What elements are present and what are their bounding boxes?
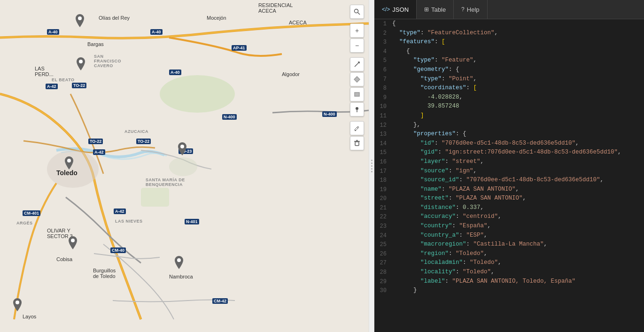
pin-layos[interactable] (12, 298, 23, 311)
city-label-olias: Olías del Rey (99, 15, 130, 21)
road-label-ap41: AP-41 (232, 45, 247, 51)
code-line: 14 "id": "7076d0ee-d5c1-48db-8c53-ded636… (374, 139, 644, 148)
pin-nambroca[interactable] (174, 256, 184, 269)
road-label-to22-1: TO-22 (88, 139, 103, 144)
svg-point-1 (160, 75, 235, 113)
code-line: 15 "gid": "ign:street:7076d0ee-d5c1-48db… (374, 148, 644, 157)
svg-point-9 (71, 239, 75, 242)
road-label-a40-1: A-40 (47, 29, 59, 35)
tab-json[interactable]: </> JSON (374, 0, 417, 19)
split-handle[interactable] (369, 0, 374, 332)
tab-table[interactable]: ⊞ Table (417, 0, 454, 19)
city-label-bargas: Bargas (87, 41, 104, 47)
road-label-cm40: CM-40 (110, 247, 126, 253)
city-label-res-aceca: RESIDENCIALACECA (258, 2, 293, 14)
svg-rect-21 (355, 142, 359, 146)
svg-point-12 (355, 9, 358, 13)
city-label-cobisa: Cobisa (56, 256, 72, 262)
svg-point-17 (356, 107, 358, 110)
city-label-aceca: ACECA (289, 20, 307, 25)
polygon-icon[interactable] (350, 72, 364, 86)
code-line: 7 "type": "Point", (374, 75, 644, 84)
road-label-n401: N-401 (185, 219, 199, 224)
city-label-macejon: Mocejón (207, 15, 226, 21)
code-line: 8 "coordinates": [ (374, 84, 644, 93)
road-label-a40-2: A-40 (150, 29, 163, 35)
code-line: 27 "localadmin": "Toledo", (374, 258, 644, 268)
tab-json-label: JSON (392, 6, 409, 13)
road-label-a42-2: A-42 (93, 149, 105, 155)
city-label-algodor: Algodor (282, 71, 300, 77)
json-panel: </> JSON ⊞ Table ? Help 1{2 "type": "Fea… (374, 0, 644, 332)
zoom-icon[interactable] (350, 5, 364, 19)
code-line: 26 "region": "Toledo", (374, 249, 644, 259)
svg-point-5 (78, 16, 82, 20)
city-label-burguillos: Burguillosde Toledo (93, 268, 116, 279)
code-line: 2 "type": "FeatureCollection", (374, 29, 644, 38)
svg-point-10 (177, 258, 181, 262)
road-label-a42-1: A-42 (46, 84, 58, 89)
pin-bargas[interactable] (75, 14, 85, 27)
svg-point-7 (180, 145, 184, 148)
code-line: 1{ (374, 19, 644, 29)
code-line: 22 "accuracy": "centroid", (374, 212, 644, 222)
code-line: 19 "name": "PLAZA SAN ANTONIO", (374, 185, 644, 194)
tab-help-label: Help (467, 6, 480, 13)
region-label-azucaica: AZUCAICA (124, 129, 148, 134)
map: A-40 A-40 AP-41 A-40 N-400 N-400 A-42 TO… (0, 0, 369, 332)
svg-marker-15 (354, 77, 360, 82)
city-label-nambroca: Nambroca (169, 274, 193, 279)
code-line: 28 "locality": "Toledo", (374, 268, 644, 277)
zoom-in-button[interactable]: + (350, 23, 364, 38)
code-line: 10 39.857248 (374, 102, 644, 111)
road-label-a40-3: A-40 (169, 69, 181, 75)
region-label-las-nieves: LAS NIEVES (115, 219, 143, 224)
json-code-icon: </> (382, 6, 390, 13)
draw-line-icon[interactable] (350, 57, 364, 71)
zoom-out-button[interactable]: − (350, 39, 364, 53)
city-label-toledo: Toledo (56, 169, 78, 177)
road-label-cm401: CM-401 (23, 210, 40, 216)
road-label-cm42: CM-42 (212, 298, 228, 304)
point-icon[interactable] (350, 102, 364, 116)
road-label-to22-2: TO-22 (136, 139, 151, 144)
region-label-santa-maria: SANTA MARÍA DEBENQUERENCIA (146, 178, 185, 187)
tabs-bar: </> JSON ⊞ Table ? Help (374, 0, 644, 19)
help-icon: ? (461, 6, 465, 13)
code-line: 12 }, (374, 121, 644, 130)
code-line: 16 "layer": "street", (374, 157, 644, 167)
tab-help[interactable]: ? Help (454, 0, 487, 19)
code-line: 13 "properties": { (374, 130, 644, 139)
svg-line-14 (355, 62, 359, 67)
pin-toledo[interactable] (64, 156, 74, 170)
edit-icon[interactable] (350, 121, 364, 135)
svg-point-4 (169, 157, 197, 176)
road-label-n400: N-400 (222, 114, 237, 120)
code-line: 29 "label": "PLAZA SAN ANTONIO, Toledo, … (374, 277, 644, 286)
tab-table-label: Table (431, 6, 446, 13)
code-line: 5 "type": "Feature", (374, 56, 644, 65)
code-line: 9 -4.028828, (374, 93, 644, 102)
code-line: 20 "street": "PLAZA SAN ANTONIO", (374, 194, 644, 203)
road-label-a42-3: A-42 (114, 208, 126, 214)
pin-cobisa[interactable] (68, 236, 78, 249)
table-icon: ⊞ (424, 6, 429, 13)
delete-icon[interactable] (350, 136, 364, 150)
svg-rect-16 (355, 93, 359, 96)
road-label-to22-3: TO-22 (72, 83, 86, 88)
map-controls: + − (350, 5, 364, 150)
svg-line-13 (358, 13, 360, 15)
city-label-arges: Argés (16, 221, 33, 225)
code-line: 4 { (374, 47, 644, 56)
pin-las-perd[interactable] (76, 57, 86, 70)
svg-rect-2 (141, 188, 169, 207)
rectangle-icon[interactable] (350, 87, 364, 101)
city-label-las-perd: LASPERD... (35, 66, 54, 77)
code-line: 24 "country_a": "ESP", (374, 231, 644, 240)
code-line: 3 "features": [ (374, 38, 644, 47)
code-editor[interactable]: 1{2 "type": "FeatureCollection",3 "featu… (374, 19, 644, 332)
svg-point-8 (67, 159, 71, 162)
svg-point-11 (16, 301, 19, 304)
pin-santa-maria[interactable] (177, 142, 187, 155)
code-line: 11 ] (374, 111, 644, 121)
